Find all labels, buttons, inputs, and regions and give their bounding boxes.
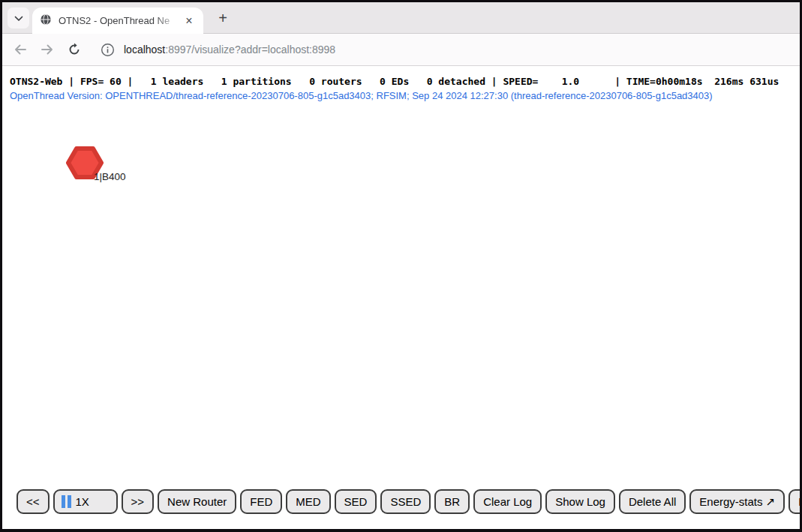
info-icon[interactable] (100, 42, 115, 57)
toolbar-button-show-log[interactable]: Show Log (545, 489, 615, 514)
globe-favicon-icon (40, 14, 52, 29)
toolbar-button-med[interactable]: MED (286, 489, 330, 514)
simulation-canvas: OTNS2-Web | FPS= 60 | 1 leaders 1 partit… (2, 66, 800, 529)
toolbar-button-new-router[interactable]: New Router (158, 489, 236, 514)
toolbar-button-ssed[interactable]: SSED (380, 489, 431, 514)
toolbar-button-label: New Router (167, 495, 227, 508)
toolbar-button-label: Node-stats ↗ (798, 495, 800, 509)
toolbar-button-energy-stats[interactable]: Energy-stats ↗ (689, 489, 785, 514)
toolbar-button-label: FED (250, 495, 272, 508)
url-host: localhost (124, 44, 165, 56)
back-button[interactable] (13, 42, 28, 57)
url-path: :8997/visualize?addr=localhost:8998 (165, 44, 335, 56)
chevron-down-icon (14, 11, 23, 25)
tab-search-dropdown-button[interactable] (8, 8, 29, 29)
toolbar-button-label: SED (344, 495, 368, 508)
toolbar: <<1X>>New RouterFEDMEDSEDSSEDBRClear Log… (17, 489, 800, 514)
url-text[interactable]: localhost:8997/visualize?addr=localhost:… (124, 44, 335, 56)
toolbar-button-label: Clear Log (483, 495, 532, 508)
toolbar-button-fast-forward[interactable]: >> (122, 489, 155, 514)
toolbar-button-label: << (26, 495, 40, 508)
tab-close-button[interactable]: × (182, 14, 196, 28)
openthread-version-line: OpenThread Version: OPENTHREAD/thread-re… (10, 90, 713, 101)
toolbar-button-node-stats[interactable]: Node-stats ↗ (788, 489, 800, 514)
toolbar-button-label: Energy-stats ↗ (699, 495, 775, 509)
toolbar-button-label: BR (444, 495, 460, 508)
node-label: 1|B400 (94, 171, 126, 182)
toolbar-button-delete-all[interactable]: Delete All (619, 489, 686, 514)
toolbar-button-label: 1X (76, 495, 89, 508)
toolbar-button-clear-log[interactable]: Clear Log (473, 489, 542, 514)
toolbar-button-label: MED (296, 495, 320, 508)
toolbar-button-speed[interactable]: 1X (53, 489, 118, 514)
toolbar-button-label: SSED (390, 495, 421, 508)
toolbar-button-fed[interactable]: FED (240, 489, 282, 514)
new-tab-button[interactable]: + (214, 9, 232, 27)
toolbar-button-label: >> (131, 495, 145, 508)
pause-icon (62, 495, 71, 508)
forward-button[interactable] (40, 42, 55, 57)
simulator-status-line: OTNS2-Web | FPS= 60 | 1 leaders 1 partit… (10, 76, 779, 87)
toolbar-button-br[interactable]: BR (434, 489, 470, 514)
tab-title: OTNS2 - OpenThread Ne (59, 15, 182, 26)
node-1-leader[interactable]: 1|B400 (66, 146, 104, 179)
reload-button[interactable] (67, 42, 82, 57)
browser-window: OTNS2 - OpenThread Ne × + (0, 0, 802, 532)
toolbar-button-label: Delete All (629, 495, 676, 508)
browser-tab-active[interactable]: OTNS2 - OpenThread Ne × (32, 8, 203, 34)
address-bar: localhost:8997/visualize?addr=localhost:… (2, 34, 800, 66)
tab-bar: OTNS2 - OpenThread Ne × + (2, 2, 800, 34)
toolbar-button-rewind[interactable]: << (17, 489, 50, 514)
omnibox[interactable]: localhost:8997/visualize?addr=localhost:… (100, 42, 335, 57)
toolbar-button-label: Show Log (555, 495, 605, 508)
toolbar-button-sed[interactable]: SED (335, 489, 377, 514)
